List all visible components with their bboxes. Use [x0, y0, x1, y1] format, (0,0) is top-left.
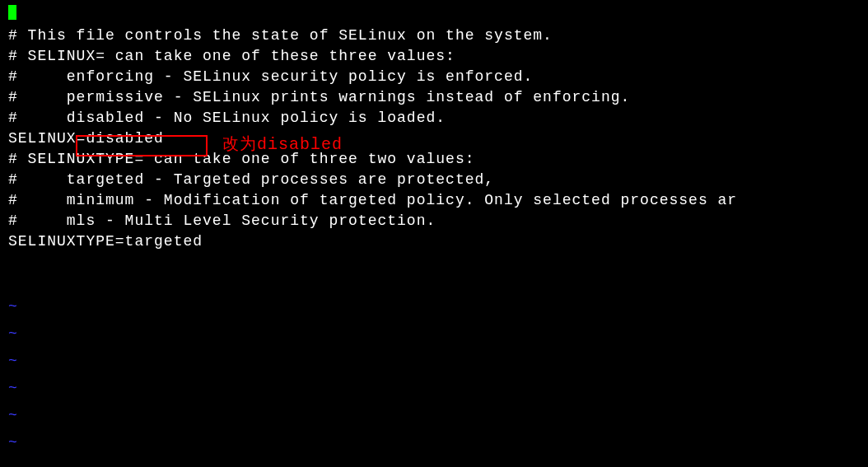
config-line: # minimum - Modification of targeted pol…: [8, 190, 860, 211]
config-line: # enforcing - SELinux security policy is…: [8, 67, 860, 87]
terminal-editor[interactable]: # This file controls the state of SELinu…: [0, 0, 868, 467]
config-line: SELINUXTYPE=targeted: [8, 231, 860, 252]
config-line: # This file controls the state of SELinu…: [8, 26, 860, 46]
vi-empty-line-marker: ~: [8, 402, 860, 429]
blank-line: [8, 273, 860, 293]
vi-empty-line-marker: ~: [8, 348, 860, 375]
config-line: # SELINUXTYPE= can take one of three two…: [8, 149, 860, 170]
config-line: # permissive - SELinux prints warnings i…: [8, 87, 860, 108]
config-line: # targeted - Targeted processes are prot…: [8, 170, 860, 190]
terminal-cursor: [8, 5, 16, 20]
config-line: SELINUX=disabled: [8, 128, 860, 149]
config-line: [8, 5, 860, 26]
vi-empty-line-marker: ~: [8, 375, 860, 402]
blank-line: [8, 252, 860, 273]
config-line: # SELINUX= can take one of these three v…: [8, 46, 860, 67]
config-line: # disabled - No SELinux policy is loaded…: [8, 108, 860, 128]
vi-empty-line-marker: ~: [8, 320, 860, 348]
config-line: # mls - Multi Level Security protection.: [8, 211, 860, 231]
vi-empty-line-marker: ~: [8, 429, 860, 456]
vi-empty-line-marker: ~: [8, 293, 860, 320]
